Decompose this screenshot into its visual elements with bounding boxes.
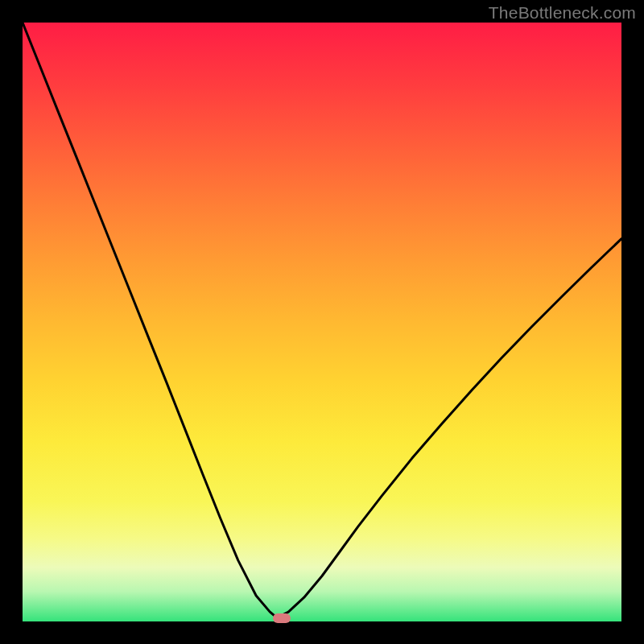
watermark-text: TheBottleneck.com [489,3,636,23]
bottleneck-curve [23,23,621,618]
outer-frame: TheBottleneck.com [0,0,644,644]
plot-area [23,23,621,621]
minimum-marker [273,613,291,623]
curve-svg [23,23,621,621]
